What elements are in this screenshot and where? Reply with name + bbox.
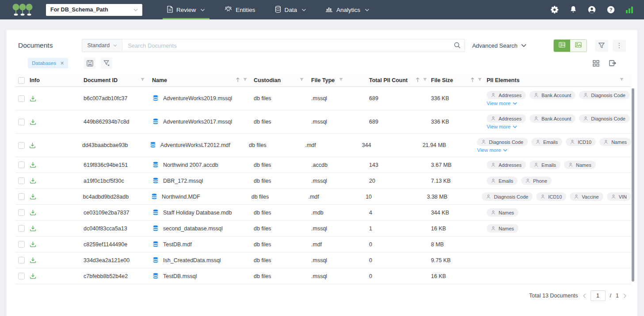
list-view-button[interactable] (554, 40, 570, 52)
column-filter-icon[interactable] (477, 77, 482, 83)
settings-gear-icon[interactable] (551, 6, 559, 14)
download-icon[interactable] (29, 142, 36, 149)
filter-funnel-icon[interactable] (595, 40, 608, 52)
custodian-cell: db files (254, 273, 311, 279)
download-icon[interactable] (30, 257, 36, 263)
download-icon[interactable] (30, 177, 36, 184)
document-name-cell[interactable]: AdventureWorks2017.mssql (152, 118, 254, 125)
header-document-id[interactable]: Document ID (84, 77, 152, 83)
tab-analytics[interactable]: Analytics (316, 0, 379, 19)
notifications-bell-icon[interactable] (570, 6, 577, 14)
table-row: 334d3ea2a121e00Ish_CreatedData.mssqldb f… (15, 252, 631, 268)
info-cell (30, 193, 83, 200)
page-number-input[interactable] (591, 290, 606, 301)
header-name[interactable]: Name (152, 77, 254, 84)
more-options-kebab-icon[interactable]: ⋮ (613, 40, 626, 52)
row-checkbox[interactable] (18, 162, 25, 168)
export-icon[interactable] (609, 60, 616, 67)
save-filter-icon[interactable] (84, 57, 95, 69)
download-icon[interactable] (30, 119, 36, 125)
download-icon[interactable] (30, 241, 36, 248)
pii-element-label: Emails (541, 162, 556, 168)
document-name-cell[interactable]: TestDB.mdf (152, 241, 254, 248)
row-checkbox[interactable] (18, 142, 25, 149)
row-checkbox[interactable] (18, 95, 25, 102)
view-more-link[interactable]: View more (487, 101, 517, 106)
search-input[interactable] (122, 39, 465, 52)
row-checkbox[interactable] (18, 225, 25, 232)
next-page-icon[interactable] (623, 293, 627, 298)
help-icon[interactable]: ? (607, 6, 615, 14)
document-name-cell[interactable]: Northwind 2007.accdb (152, 162, 254, 169)
document-name-cell[interactable]: Northwind.MDF (151, 193, 252, 200)
sort-ascending-icon[interactable] (470, 77, 475, 84)
header-file-size[interactable]: File Size (431, 77, 487, 84)
document-name-cell[interactable]: TestDB.mssql (152, 273, 254, 280)
table-row: a19f0c1bcf5f30cDBR_172.mssqldb files.mss… (15, 173, 631, 189)
file-type-cell: .mdf (308, 194, 366, 200)
file-size-cell: 16 KB (431, 226, 487, 232)
custodian-cell: db files (254, 95, 311, 102)
sort-ascending-icon[interactable] (415, 77, 420, 84)
column-filter-icon[interactable] (243, 77, 248, 83)
search-scope-dropdown[interactable]: Standard (82, 39, 122, 52)
row-checkbox[interactable] (18, 177, 25, 184)
column-filter-icon[interactable] (299, 77, 304, 83)
file-type-cell: .mssql (311, 273, 369, 279)
document-name-cell[interactable]: Staff Holiday Database.mdb (152, 209, 254, 216)
column-filter-icon[interactable] (140, 77, 145, 83)
select-all-checkbox[interactable] (18, 77, 25, 84)
info-cell (30, 225, 84, 232)
tab-data[interactable]: Data (265, 0, 316, 19)
document-name-cell[interactable]: AdventureWorks2019.mssql (152, 95, 254, 102)
tab-entities[interactable]: Entities (215, 0, 265, 19)
column-filter-icon[interactable] (339, 77, 343, 83)
search-scope-value: Standard (87, 42, 110, 49)
view-more-link[interactable]: View more (487, 124, 517, 129)
tab-review[interactable]: Review (157, 0, 215, 19)
document-name-cell[interactable]: DBR_172.mssql (152, 177, 254, 184)
view-more-link[interactable]: View more (477, 147, 507, 153)
download-icon[interactable] (30, 162, 36, 168)
sort-ascending-icon[interactable] (236, 77, 240, 84)
page-title: Documents (18, 41, 53, 49)
document-name-cell[interactable]: AdventureWorksLT2012.mdf (149, 142, 249, 149)
download-icon[interactable] (30, 273, 36, 279)
header-pii-elements[interactable]: PII Elements (487, 77, 631, 83)
column-filter-icon[interactable] (619, 77, 624, 83)
download-icon[interactable] (30, 225, 36, 232)
column-chooser-grid-icon[interactable] (593, 60, 599, 67)
clear-filters-icon[interactable] (101, 57, 112, 69)
project-selector[interactable]: For DB_Schema_Path (46, 4, 142, 16)
image-view-button[interactable] (570, 40, 587, 52)
custodian-cell: db files (249, 142, 305, 148)
row-checkbox[interactable] (18, 209, 25, 216)
header-total-pii-count[interactable]: Total PII Count (369, 77, 431, 84)
header-file-type[interactable]: File Type (311, 77, 369, 83)
filter-chip-databases[interactable]: Databases ✕ (28, 58, 68, 68)
row-checkbox[interactable] (18, 119, 25, 125)
pii-element-pill: Phone (521, 177, 552, 185)
download-icon[interactable] (30, 193, 36, 200)
signal-bars-icon[interactable] (626, 6, 633, 13)
document-name-cell[interactable]: second_database.mssql (152, 225, 254, 232)
row-checkbox[interactable] (18, 273, 25, 279)
pii-element-label: Diagnosis Code (489, 139, 523, 145)
previous-page-icon[interactable] (583, 293, 586, 298)
remove-chip-icon[interactable]: ✕ (60, 60, 64, 66)
tab-entities-label: Entities (236, 7, 255, 13)
download-icon[interactable] (30, 209, 36, 216)
column-filter-icon[interactable] (423, 77, 427, 83)
file-type-cell: .mdb (311, 210, 369, 216)
search-icon[interactable] (454, 42, 461, 49)
page-separator: / (610, 293, 611, 299)
user-avatar-icon[interactable] (588, 6, 596, 14)
header-custodian[interactable]: Custodian (254, 77, 311, 83)
row-checkbox[interactable] (18, 257, 25, 263)
row-checkbox[interactable] (18, 241, 25, 248)
row-checkbox[interactable] (18, 193, 25, 200)
download-icon[interactable] (30, 95, 36, 102)
vertical-scrollbar[interactable] (632, 88, 634, 282)
advanced-search-toggle[interactable]: Advanced Search (472, 42, 526, 49)
document-name-cell[interactable]: Ish_CreatedData.mssql (152, 257, 254, 264)
